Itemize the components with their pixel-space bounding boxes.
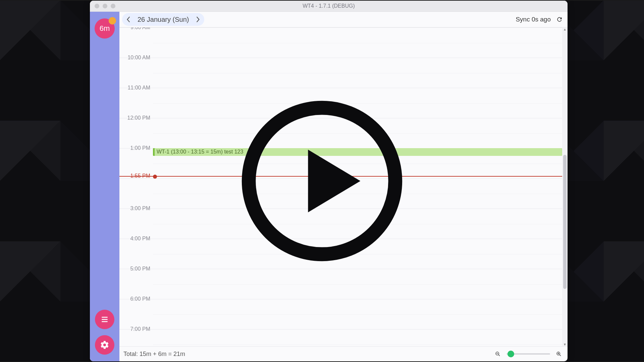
list-icon	[100, 315, 109, 324]
prev-day-button[interactable]	[123, 14, 134, 25]
chevron-right-icon	[196, 16, 200, 22]
list-view-button[interactable]	[95, 310, 114, 329]
hour-row: 9:00 AM	[119, 27, 562, 58]
zoom-slider-knob[interactable]	[507, 351, 514, 357]
settings-button[interactable]	[95, 335, 114, 355]
scrollbar-thumb[interactable]	[563, 155, 567, 289]
hour-label: 11:00 AM	[119, 85, 150, 91]
hour-label: 12:00 PM	[119, 115, 150, 121]
total-label: Total: 15m + 6m = 21m	[123, 351, 185, 358]
hour-label: 6:00 PM	[119, 296, 150, 302]
zoom-in-icon	[556, 350, 561, 358]
title-bar: WT4 - 1.7.1 (DEBUG)	[90, 1, 568, 12]
half-hour-line	[153, 43, 562, 43]
hour-label: 4:00 PM	[119, 236, 150, 242]
video-play-button[interactable]	[235, 94, 409, 268]
current-time-label: 1:55 PM	[119, 173, 150, 179]
zoom-slider[interactable]	[506, 353, 550, 355]
scroll-up-icon[interactable]: ▲	[562, 27, 568, 31]
desktop-background: WT4 - 1.7.1 (DEBUG) 6m	[0, 0, 644, 362]
video-frame: WT4 - 1.7.1 (DEBUG) 6m	[0, 0, 644, 362]
zoom-out-icon	[495, 350, 500, 358]
hour-label: 5:00 PM	[119, 266, 150, 272]
active-timer-button[interactable]: 6m	[95, 18, 115, 39]
svg-line-7	[559, 355, 561, 356]
svg-marker-11	[308, 149, 360, 212]
half-hour-line	[153, 314, 562, 315]
refresh-icon	[556, 16, 563, 23]
hour-row: 7:00 PM	[119, 329, 562, 346]
sidebar: 6m	[90, 12, 119, 361]
scroll-down-icon[interactable]: ▼	[562, 343, 568, 346]
toolbar: 26 January (Sun) Sync 0s ago	[119, 12, 568, 27]
footer-bar: Total: 15m + 6m = 21m	[119, 346, 568, 361]
hour-label: 9:00 AM	[119, 27, 150, 31]
active-timer-label: 6m	[100, 24, 110, 33]
play-icon	[235, 94, 409, 268]
hour-row: 5:00 PM	[119, 269, 562, 299]
current-time-dot-icon	[153, 175, 157, 179]
window-title: WT4 - 1.7.1 (DEBUG)	[90, 3, 568, 9]
zoom-out-button[interactable]	[493, 349, 502, 359]
timer-status-dot-icon	[109, 17, 116, 24]
half-hour-line	[153, 284, 562, 285]
svg-line-4	[498, 355, 500, 356]
chevron-left-icon	[126, 16, 130, 22]
hour-label: 7:00 PM	[119, 326, 150, 332]
hour-label: 3:00 PM	[119, 205, 150, 212]
date-picker: 26 January (Sun)	[122, 13, 204, 26]
hour-row: 6:00 PM	[119, 299, 562, 329]
next-day-button[interactable]	[192, 14, 204, 25]
hour-row: 10:00 AM	[119, 58, 562, 88]
hour-label: 1:00 PM	[119, 145, 150, 151]
refresh-button[interactable]	[554, 14, 565, 25]
half-hour-line	[153, 73, 562, 73]
sync-status-label: Sync 0s ago	[516, 16, 551, 23]
vertical-scrollbar[interactable]: ▲ ▼	[562, 27, 568, 346]
hour-label: 10:00 AM	[119, 55, 150, 61]
gear-icon	[100, 340, 109, 350]
half-hour-line	[153, 345, 562, 345]
zoom-in-button[interactable]	[554, 349, 564, 359]
current-date-label[interactable]: 26 January (Sun)	[134, 16, 192, 23]
